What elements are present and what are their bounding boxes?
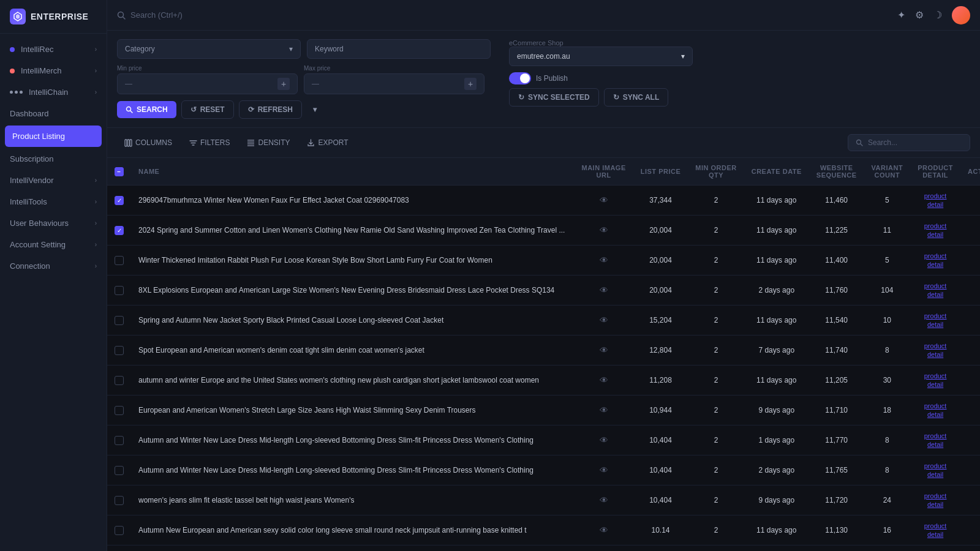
eye-icon[interactable]: 👁 bbox=[582, 225, 626, 235]
product-detail-link[interactable]: product detail bbox=[924, 252, 947, 268]
export-button[interactable]: EXPORT bbox=[300, 135, 355, 151]
row-checkbox[interactable] bbox=[115, 226, 124, 235]
row-image-cell: 👁 bbox=[575, 276, 633, 305]
product-name: 2969047bmurhmza Winter New Women Faux Fu… bbox=[138, 196, 409, 204]
row-image-cell: 👁 bbox=[575, 425, 633, 455]
sidebar-item-product-listing[interactable]: Product Listing bbox=[5, 126, 102, 147]
eye-icon[interactable]: 👁 bbox=[582, 495, 626, 505]
row-website-sequence: 11,770 bbox=[809, 425, 864, 455]
row-checkbox-cell bbox=[107, 276, 131, 305]
row-create-date: 1 days ago bbox=[744, 425, 809, 455]
row-checkbox[interactable] bbox=[115, 286, 124, 295]
row-checkbox[interactable] bbox=[115, 526, 124, 535]
product-detail-link[interactable]: product detail bbox=[924, 282, 947, 298]
sync-selected-button[interactable]: ↻ SYNC SELECTED bbox=[509, 88, 599, 107]
eye-icon[interactable]: 👁 bbox=[582, 195, 626, 205]
product-detail-link[interactable]: product detail bbox=[924, 492, 947, 508]
toolbar-search[interactable]: Search... bbox=[848, 134, 970, 151]
select-all-checkbox[interactable] bbox=[115, 167, 124, 176]
row-checkbox[interactable] bbox=[115, 256, 124, 265]
row-list-price: 10,404 bbox=[633, 485, 688, 515]
eye-icon[interactable]: 👁 bbox=[582, 285, 626, 295]
filters-button[interactable]: FILTERS bbox=[182, 135, 237, 151]
product-detail-link[interactable]: product detail bbox=[924, 342, 947, 358]
row-product-detail: product detail bbox=[910, 545, 960, 552]
refresh-button[interactable]: ⟳ REFRESH bbox=[239, 100, 302, 119]
density-button[interactable]: DENSITY bbox=[239, 135, 297, 151]
product-detail-link[interactable]: product detail bbox=[924, 192, 947, 208]
sync-all-button[interactable]: ↻ SYNC ALL bbox=[604, 88, 669, 107]
eye-icon[interactable]: 👁 bbox=[582, 345, 626, 355]
filters-btn-label: FILTERS bbox=[200, 138, 230, 147]
max-price-plus-btn[interactable]: + bbox=[464, 78, 477, 90]
eye-icon[interactable]: 👁 bbox=[582, 375, 626, 385]
sidebar-item-connection[interactable]: Connection › bbox=[0, 255, 107, 277]
keyword-input[interactable]: Keyword bbox=[307, 39, 491, 59]
sidebar-item-subscription[interactable]: Subscription bbox=[0, 148, 107, 170]
sidebar-item-intellichain[interactable]: IntelliChain › bbox=[0, 81, 107, 103]
row-variant-count: 24 bbox=[864, 485, 911, 515]
table-row: European and American Women's Stretch La… bbox=[107, 395, 980, 425]
row-website-sequence: 11,400 bbox=[809, 246, 864, 276]
columns-button[interactable]: COLUMNS bbox=[117, 135, 179, 151]
sparkle-icon[interactable]: ✦ bbox=[897, 9, 905, 21]
category-select[interactable]: Category ▾ bbox=[117, 39, 301, 59]
row-checkbox-cell bbox=[107, 305, 131, 335]
sidebar-item-user-behaviours[interactable]: User Behaviours › bbox=[0, 212, 107, 234]
product-detail-link[interactable]: product detail bbox=[924, 222, 947, 238]
eye-icon[interactable]: 👁 bbox=[582, 525, 626, 535]
row-checkbox[interactable] bbox=[115, 406, 124, 415]
eye-icon[interactable]: 👁 bbox=[582, 435, 626, 445]
sidebar-item-intellirec[interactable]: IntelliRec › bbox=[0, 39, 107, 60]
product-detail-link[interactable]: product detail bbox=[924, 462, 947, 478]
product-detail-link[interactable]: product detail bbox=[924, 312, 947, 328]
tools-icon[interactable]: ⚙ bbox=[915, 9, 924, 21]
more-options-button[interactable]: ▾ bbox=[307, 101, 323, 118]
max-price-container: Max price — + bbox=[304, 65, 484, 94]
product-name: Spring and Autumn New Jacket Sporty Blac… bbox=[138, 316, 443, 324]
sidebar-item-account-setting[interactable]: Account Setting › bbox=[0, 234, 107, 255]
product-detail-link[interactable]: product detail bbox=[924, 402, 947, 418]
svg-line-3 bbox=[123, 17, 126, 19]
row-checkbox[interactable] bbox=[115, 466, 124, 475]
shop-select[interactable]: emutree.com.au ▾ bbox=[509, 47, 693, 66]
product-detail-link[interactable]: product detail bbox=[924, 432, 947, 448]
search-button[interactable]: SEARCH bbox=[117, 101, 176, 118]
row-website-sequence: 11,670 bbox=[809, 545, 864, 552]
row-checkbox[interactable] bbox=[115, 436, 124, 445]
sidebar-item-dashboard[interactable]: Dashboard bbox=[0, 103, 107, 124]
svg-line-18 bbox=[861, 144, 862, 146]
sidebar-item-intellimerch-label: IntelliMerch bbox=[21, 66, 61, 75]
row-checkbox[interactable] bbox=[115, 196, 124, 205]
eye-icon[interactable]: 👁 bbox=[582, 405, 626, 415]
eye-icon[interactable]: 👁 bbox=[582, 255, 626, 265]
row-name-cell: women's jeans slim fit elastic tassel be… bbox=[131, 485, 575, 515]
row-checkbox[interactable] bbox=[115, 496, 124, 505]
user-avatar[interactable] bbox=[952, 6, 970, 24]
sidebar-item-intellitools[interactable]: IntelliTools › bbox=[0, 191, 107, 212]
moon-icon[interactable]: ☽ bbox=[933, 9, 942, 21]
row-variant-count: 30 bbox=[864, 365, 911, 395]
product-detail-link[interactable]: product detail bbox=[924, 372, 947, 388]
row-checkbox[interactable] bbox=[115, 376, 124, 385]
th-list-price: LIST PRICE bbox=[633, 158, 688, 186]
is-publish-toggle[interactable] bbox=[509, 72, 531, 84]
row-variant-count: 5 bbox=[864, 186, 911, 216]
row-checkbox[interactable] bbox=[115, 316, 124, 325]
row-create-date: 11 days ago bbox=[744, 515, 809, 545]
row-min-order-qty: 2 bbox=[688, 485, 744, 515]
density-btn-label: DENSITY bbox=[258, 138, 290, 147]
toggle-row: Is Publish bbox=[509, 72, 693, 84]
reset-button[interactable]: ↺ RESET bbox=[181, 100, 234, 119]
row-checkbox[interactable] bbox=[115, 346, 124, 355]
eye-icon[interactable]: 👁 bbox=[582, 465, 626, 475]
sidebar-nav: IntelliRec › IntelliMerch › IntelliChain… bbox=[0, 34, 107, 551]
product-detail-link[interactable]: product detail bbox=[924, 522, 947, 538]
eye-icon[interactable]: 👁 bbox=[582, 315, 626, 325]
row-product-detail: product detail bbox=[910, 515, 960, 545]
min-price-plus-btn[interactable]: + bbox=[277, 78, 290, 90]
sidebar-item-intellivendor[interactable]: IntelliVendor › bbox=[0, 170, 107, 191]
row-variant-count: 11 bbox=[864, 216, 911, 246]
sidebar-item-intellimerch[interactable]: IntelliMerch › bbox=[0, 60, 107, 81]
row-actions: ··· bbox=[960, 186, 980, 216]
